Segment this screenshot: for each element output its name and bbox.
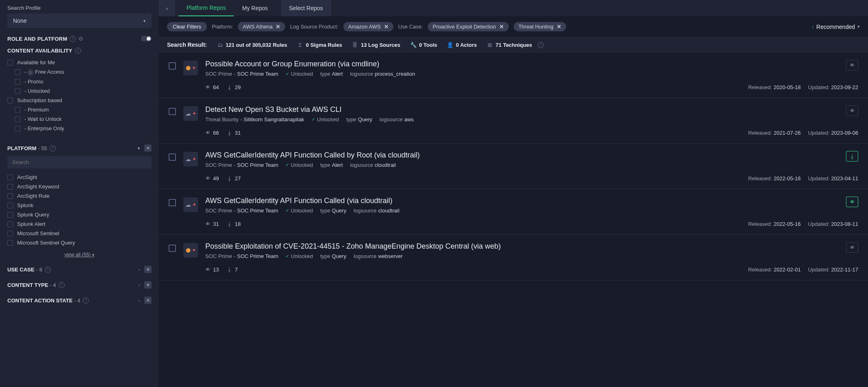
select-checkbox[interactable] <box>169 62 176 70</box>
preview-button[interactable]: 👁 <box>846 197 858 207</box>
preview-button[interactable]: 👁 <box>846 242 858 253</box>
downloads-stat: ⭳18 <box>227 221 240 227</box>
search-result-label: Search Result: <box>167 42 207 48</box>
result-type: typeQuery <box>346 116 372 122</box>
sort-dropdown[interactable]: ↓ Recommended ▾ <box>811 24 860 30</box>
result-title[interactable]: AWS GetCallerIdentity API Function Calle… <box>205 151 841 160</box>
availability-item[interactable]: - Promo <box>7 77 152 86</box>
eye-icon: 👁 <box>205 84 211 90</box>
role-platform-toggle[interactable] <box>141 36 152 42</box>
checkbox-icon <box>15 126 20 131</box>
pill-text: Proactive Exploit Detection <box>433 24 496 30</box>
updated-date: Updated:2023-09-06 <box>808 130 858 136</box>
download-icon: ⭳ <box>227 130 232 136</box>
availability-item[interactable]: Available for Me <box>7 58 152 67</box>
help-icon[interactable]: ? <box>59 282 65 288</box>
select-checkbox[interactable] <box>169 245 176 252</box>
clear-facet-button[interactable]: ✕ <box>144 281 152 289</box>
availability-label: - Premium <box>24 107 49 113</box>
availability-item[interactable]: Subscription based <box>7 96 152 105</box>
pill-text: AWS Athena <box>243 24 272 30</box>
result-title[interactable]: AWS GetCallerIdentity API Function Calle… <box>205 197 841 205</box>
select-checkbox[interactable] <box>169 108 176 115</box>
availability-item[interactable]: - Wait to Unlock <box>7 114 152 124</box>
platform-list: ArcSightArcSight KeywordArcSight RuleSpl… <box>7 173 152 247</box>
content-availability-header: CONTENT AVAILABILITY ? <box>7 48 152 54</box>
help-icon[interactable]: ? <box>538 42 544 48</box>
platform-label: Splunk <box>17 202 33 208</box>
result-logsource: logsourcecloudtrail <box>354 208 399 214</box>
platform-facet-header[interactable]: PLATFORM - 55 ? ▾ ✕ <box>7 140 152 156</box>
close-icon[interactable]: ✕ <box>276 24 280 30</box>
facet-header[interactable]: CONTENT TYPE- 4? ›✕ <box>7 277 152 293</box>
platform-item[interactable]: ArcSight Keyword <box>7 182 152 191</box>
clear-filters-button[interactable]: Clear Filters <box>167 22 207 31</box>
content-availability-title: CONTENT AVAILABILITY <box>7 48 73 54</box>
help-icon[interactable]: ? <box>45 267 51 273</box>
close-icon[interactable]: ✕ <box>499 24 504 30</box>
stat-techniques: ⊞71 Techniques? <box>487 42 544 48</box>
eye-icon: 👁 <box>205 267 211 273</box>
checkbox-icon <box>15 69 20 75</box>
clear-facet-button[interactable]: ✕ <box>144 144 152 152</box>
availability-list: Available for Me - GFree Access - Promo … <box>7 58 152 133</box>
view-all-link[interactable]: view all (55) ▾ <box>7 251 152 258</box>
help-icon[interactable]: ? <box>75 48 81 54</box>
platform-item[interactable]: ArcSight Rule <box>7 191 152 201</box>
select-checkbox[interactable] <box>169 199 176 206</box>
clear-facet-button[interactable]: ✕ <box>144 266 152 273</box>
help-icon[interactable]: ? <box>83 297 89 304</box>
clear-facet-button[interactable]: ✕ <box>144 297 152 304</box>
updated-date: Updated:2022-11-17 <box>808 267 858 273</box>
help-icon[interactable]: ? <box>70 36 76 42</box>
search-profile-select[interactable]: None ▾ <box>7 13 152 28</box>
filter-logsource-label: Log Source Product: <box>290 24 338 30</box>
close-icon[interactable]: ✕ <box>557 24 561 30</box>
platform-item[interactable]: ArcSight <box>7 173 152 182</box>
sidebar: Search Profile None ▾ ROLE AND PLATFORM … <box>0 0 159 387</box>
select-checkbox[interactable] <box>169 153 176 161</box>
platform-item[interactable]: Splunk Query <box>7 210 152 219</box>
availability-item[interactable]: - Unlocked <box>7 86 152 96</box>
help-icon[interactable]: ? <box>50 145 56 151</box>
back-button[interactable]: ‹ <box>159 0 175 16</box>
eye-icon: 👁 <box>850 245 855 251</box>
tab-select-repos[interactable]: Select Repos <box>281 0 331 16</box>
preview-button[interactable]: 👁 <box>846 105 858 116</box>
tab-my-repos[interactable]: My Repos <box>234 0 276 16</box>
platform-item[interactable]: Microsoft Sentinel Query <box>7 238 152 247</box>
availability-label: Subscription based <box>17 97 62 103</box>
log-icon: 🗄 <box>352 42 358 48</box>
platform-search-input[interactable] <box>7 156 152 168</box>
result-title[interactable]: Possible Account or Group Enumeration (v… <box>205 60 841 68</box>
filter-pill-usecase-1[interactable]: Threat Hunting ✕ <box>514 22 566 31</box>
rule-type-icon: ☁✦ <box>183 197 198 212</box>
tab-platform-repos[interactable]: Platform Repos <box>178 0 234 16</box>
result-type: typeQuery <box>320 208 346 214</box>
result-title[interactable]: Detect New Open S3 Bucket via AWS CLI <box>205 105 841 114</box>
stat-logsources: 🗄13 Log Sources <box>352 42 400 48</box>
checkbox-icon <box>15 107 20 113</box>
result-title[interactable]: Possible Exploitation of CVE-2021-44515 … <box>205 242 841 251</box>
rule-type-icon: ⬢✦ <box>183 243 198 258</box>
platform-label: Microsoft Sentinel Query <box>17 240 75 246</box>
availability-item[interactable]: - Premium <box>7 105 152 114</box>
platform-item[interactable]: Splunk Alert <box>7 219 152 229</box>
platform-item[interactable]: Splunk <box>7 201 152 210</box>
availability-label: Available for Me <box>17 59 55 66</box>
platform-item[interactable]: Microsoft Sentinel <box>7 229 152 238</box>
main-content: ‹ Platform Repos My Repos Select Repos C… <box>159 0 868 387</box>
filter-pill-usecase-0[interactable]: Proactive Exploit Detection ✕ <box>428 22 508 31</box>
availability-item[interactable]: - Enterprise Only <box>7 124 152 133</box>
availability-item[interactable]: - GFree Access <box>7 67 152 77</box>
gear-icon[interactable]: ⚙ <box>78 35 84 42</box>
filter-pill-logsource[interactable]: Amazon AWS ✕ <box>343 22 393 31</box>
close-icon[interactable]: ✕ <box>384 24 389 30</box>
search-profile-value: None <box>13 17 26 24</box>
facet-header[interactable]: USE CASE- 8? ›✕ <box>7 262 152 277</box>
checkbox-icon <box>7 98 13 103</box>
facet-header[interactable]: CONTENT ACTION STATE- 4? ›✕ <box>7 293 152 308</box>
download-button[interactable]: ⭳ <box>846 151 858 162</box>
preview-button[interactable]: 👁 <box>846 60 858 70</box>
filter-pill-platform[interactable]: AWS Athena ✕ <box>238 22 285 31</box>
